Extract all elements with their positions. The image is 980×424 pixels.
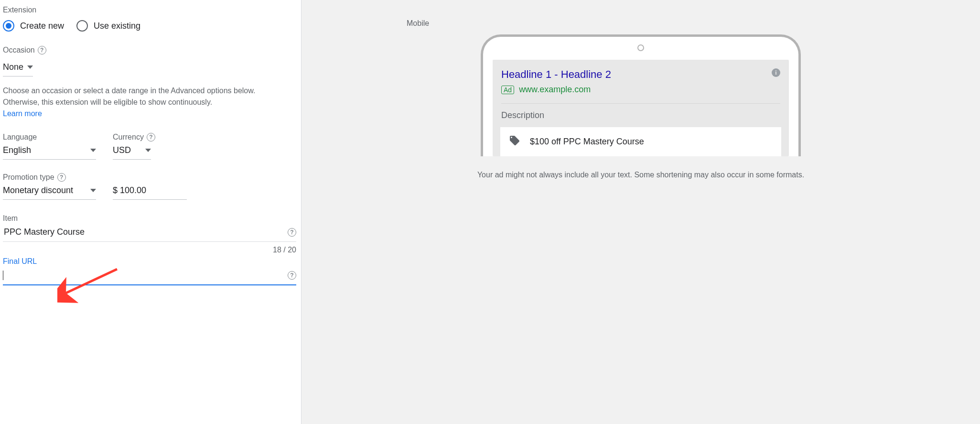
- ad-promotion-text: $100 off PPC Mastery Course: [530, 137, 644, 147]
- phone-frame: Headline 1 - Headline 2 Ad www.example.c…: [481, 34, 801, 156]
- radio-selected-icon: [3, 20, 14, 32]
- preview-disclaimer: Your ad might not always include all you…: [477, 171, 804, 179]
- chevron-down-icon: [145, 149, 151, 152]
- info-icon[interactable]: i: [772, 68, 780, 77]
- radio-create-new[interactable]: Create new: [3, 20, 64, 32]
- ad-badge: Ad: [501, 86, 514, 94]
- preview-device-label: Mobile: [407, 19, 429, 28]
- currency-select[interactable]: USD: [113, 145, 151, 160]
- currency-value: USD: [113, 145, 131, 155]
- language-label: Language: [3, 133, 96, 141]
- ad-promotion-line: $100 off PPC Mastery Course: [500, 127, 781, 156]
- promotion-type-select[interactable]: Monetary discount: [3, 185, 96, 200]
- help-icon[interactable]: ?: [57, 173, 66, 182]
- promotion-type-value: Monetary discount: [3, 185, 73, 196]
- final-url-input[interactable]: [3, 270, 288, 281]
- radio-unselected-icon: [76, 20, 88, 32]
- promotion-type-label-text: Promotion type: [3, 173, 54, 182]
- tag-icon: [509, 135, 520, 149]
- occasion-value: None: [3, 62, 23, 72]
- extension-label: Extension: [3, 6, 296, 14]
- occasion-helper-text: Choose an occasion or select a date rang…: [3, 85, 280, 120]
- occasion-helper-body: Choose an occasion or select a date rang…: [3, 87, 255, 106]
- chevron-down-icon: [27, 65, 33, 69]
- ad-headline: Headline 1 - Headline 2: [501, 68, 611, 81]
- radio-create-new-label: Create new: [20, 21, 64, 31]
- radio-use-existing[interactable]: Use existing: [76, 20, 140, 32]
- item-input[interactable]: [3, 227, 288, 238]
- occasion-label: Occasion ?: [3, 46, 296, 54]
- language-select[interactable]: English: [3, 145, 96, 160]
- occasion-select[interactable]: None: [3, 60, 33, 76]
- final-url-label: Final URL: [3, 257, 296, 266]
- ad-display-url: www.example.com: [519, 85, 591, 95]
- radio-use-existing-label: Use existing: [94, 21, 140, 31]
- extension-mode-radio-group: Create new Use existing: [3, 20, 296, 32]
- help-icon[interactable]: ?: [147, 133, 155, 141]
- item-label: Item: [3, 214, 296, 223]
- preview-panel: Mobile Headline 1 - Headline 2 Ad www.ex…: [301, 0, 980, 424]
- chevron-down-icon: [90, 189, 96, 192]
- form-panel: Extension Create new Use existing Occasi…: [0, 0, 301, 424]
- language-value: English: [3, 145, 31, 155]
- help-icon[interactable]: ?: [288, 271, 296, 280]
- discount-amount-input[interactable]: [113, 185, 187, 200]
- help-icon[interactable]: ?: [288, 228, 296, 237]
- phone-speaker-icon: [637, 44, 644, 51]
- learn-more-link[interactable]: Learn more: [3, 109, 42, 118]
- item-char-counter: 18 / 20: [3, 246, 296, 254]
- ad-description: Description: [501, 103, 780, 127]
- currency-label: Currency ?: [113, 133, 155, 141]
- currency-label-text: Currency: [113, 133, 144, 141]
- chevron-down-icon: [90, 149, 96, 152]
- ad-preview-card: Headline 1 - Headline 2 Ad www.example.c…: [493, 60, 789, 156]
- occasion-label-text: Occasion: [3, 46, 35, 54]
- help-icon[interactable]: ?: [38, 46, 46, 54]
- promotion-type-label: Promotion type ?: [3, 173, 96, 182]
